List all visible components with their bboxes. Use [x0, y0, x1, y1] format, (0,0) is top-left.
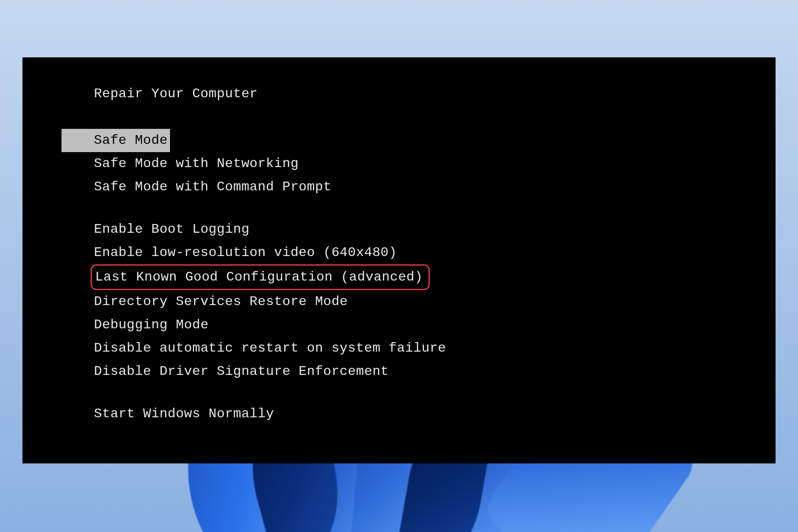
boot-menu-container: Repair Your Computer Safe Mode Safe Mode…: [22, 82, 776, 426]
boot-option-row: Debugging Mode: [94, 313, 776, 337]
boot-option-row: Disable Driver Signature Enforcement: [94, 360, 776, 383]
boot-option-boot-logging[interactable]: Enable Boot Logging: [94, 218, 249, 241]
boot-option-debugging-mode[interactable]: Debugging Mode: [94, 313, 209, 337]
boot-option-row: Start Windows Normally: [94, 402, 776, 426]
boot-option-disable-auto-restart[interactable]: Disable automatic restart on system fail…: [94, 337, 446, 360]
boot-option-directory-services-restore[interactable]: Directory Services Restore Mode: [94, 290, 348, 313]
boot-option-row: Enable Boot Logging: [94, 218, 776, 241]
boot-option-row: Safe Mode with Command Prompt: [94, 175, 776, 199]
boot-option-safe-mode-networking[interactable]: Safe Mode with Networking: [94, 152, 299, 175]
boot-option-row: Safe Mode: [94, 129, 776, 152]
boot-option-last-known-good-config[interactable]: Last Known Good Configuration (advanced): [91, 264, 430, 290]
boot-option-row: Directory Services Restore Mode: [94, 290, 776, 313]
boot-option-row: Enable low-resolution video (640x480): [94, 241, 776, 264]
boot-option-start-normally[interactable]: Start Windows Normally: [94, 402, 274, 426]
boot-menu-header: Repair Your Computer: [94, 82, 776, 106]
boot-option-disable-driver-signature[interactable]: Disable Driver Signature Enforcement: [94, 360, 389, 383]
boot-option-row: Disable automatic restart on system fail…: [94, 337, 776, 360]
menu-spacer: [94, 199, 776, 218]
boot-option-row: Safe Mode with Networking: [94, 152, 776, 175]
boot-option-safe-mode-cmd[interactable]: Safe Mode with Command Prompt: [94, 175, 331, 199]
boot-option-low-res-video[interactable]: Enable low-resolution video (640x480): [94, 241, 397, 264]
advanced-boot-options-screen: Repair Your Computer Safe Mode Safe Mode…: [22, 57, 776, 463]
menu-spacer: [94, 106, 776, 129]
repair-computer-label[interactable]: Repair Your Computer: [94, 86, 258, 101]
menu-spacer: [94, 383, 776, 402]
boot-option-row: Last Known Good Configuration (advanced): [94, 264, 776, 290]
boot-option-safe-mode[interactable]: Safe Mode: [62, 129, 170, 152]
